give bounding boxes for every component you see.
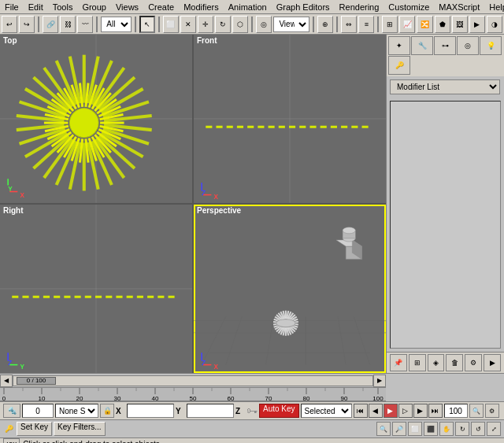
toolbar-sep-3 [135,17,136,32]
svg-text:30: 30 [114,395,121,401]
viewport-top[interactable]: Top [0,35,192,203]
viewport-perspective[interactable]: Perspective [194,205,386,373]
goto-start-button[interactable]: ⏮ [354,404,368,418]
selected-dropdown[interactable]: Selected [301,404,352,418]
zoom-extents-all-button[interactable]: ⬛ [424,422,438,436]
maximize-button[interactable]: ⤢ [487,422,501,436]
current-frame-input[interactable]: 0 [22,404,54,418]
prev-frame-button[interactable]: ◀ [369,404,383,418]
menu-create[interactable]: Create [143,2,179,13]
menu-edit[interactable]: Edit [24,2,48,13]
zoom-button[interactable]: 🔍 [376,422,391,436]
menu-tools[interactable]: Tools [48,2,78,13]
time-config-button[interactable]: ⚙ [485,404,499,418]
create-tab[interactable]: ✦ [388,36,410,55]
selection-filter-dropdown[interactable]: All [101,17,132,32]
undo-button[interactable]: ↩ [2,16,17,33]
set-key-button[interactable]: Set Key [17,422,52,436]
menu-animation[interactable]: Animation [224,2,272,13]
pin-stack-button[interactable]: 📌 [390,354,407,371]
svg-rect-17 [83,143,86,191]
key-filters-button[interactable]: Key Filters... [54,422,106,436]
next-frame-button[interactable]: ▶ [413,404,428,418]
menu-maxscript[interactable]: MAXScript [434,2,484,13]
timeline-right-area [386,374,504,387]
pivot-center-button[interactable]: ⊕ [317,16,333,33]
align-button[interactable]: ≡ [358,16,374,33]
timeline-scrollbar[interactable]: 0 / 100 [13,375,373,386]
window-cross-button[interactable]: ✕ [180,16,196,33]
menu-customize[interactable]: Customize [384,2,434,13]
toolbar-sep-7 [336,17,338,32]
timeline-scroll-left[interactable]: ◀ [0,375,13,387]
motion-tab[interactable]: ◎ [457,36,479,55]
viewports: Top [0,35,386,373]
svg-text:0: 0 [2,395,6,401]
schematic-view-button[interactable]: 🔀 [417,16,432,33]
y-coord-input[interactable] [187,404,234,418]
orbit-all-button[interactable]: ↺ [471,422,485,436]
svg-text:60: 60 [228,395,235,401]
viewport-right[interactable]: Right Z Y [0,205,192,373]
render-setup-button[interactable]: 🖼 [452,16,468,33]
menu-views[interactable]: Views [111,2,143,13]
select-scale-button[interactable]: ⬡ [232,16,248,33]
toolbar-sep-4 [158,17,160,32]
view-dropdown[interactable]: View [273,17,309,32]
render-button[interactable]: ▶ [469,16,485,33]
pan-button[interactable]: ✋ [439,422,454,436]
display-tab[interactable]: 💡 [480,36,502,55]
modifier-list-dropdown[interactable]: Modifier List [390,79,500,94]
play-selected-button[interactable]: ▷ [398,404,413,418]
remove-modifier-button[interactable]: 🗑 [446,354,463,371]
toolbar-sep-8 [377,17,379,32]
material-editor-button[interactable]: ⬟ [435,16,450,33]
mirror-button[interactable]: ⇔ [341,16,357,33]
menu-graph-editors[interactable]: Graph Editors [272,2,335,13]
curve-editor-button[interactable]: 📈 [399,16,415,33]
redo-button[interactable]: ↪ [19,16,35,33]
auto-key-button[interactable]: Auto Key [259,404,299,418]
select-region-button[interactable]: ⬜ [163,16,179,33]
reference-coord-button[interactable]: ◎ [256,16,272,33]
filter-select[interactable]: None Se [55,404,98,418]
timeline-thumb[interactable]: 0 / 100 [17,377,56,385]
show-end-result-button[interactable]: ⊞ [409,354,426,371]
goto-end-button[interactable]: ⏭ [428,404,443,418]
bind-space-warp-button[interactable]: 〰 [77,16,93,33]
viewport-right-label: Right [3,206,24,215]
bottom-controls-row1: 🔩 0 None Se 🔒 X Y Z 🗝 Auto Key Selected … [0,401,504,420]
select-rotate-button[interactable]: ↻ [215,16,231,33]
unlink-button[interactable]: ⛓ [60,16,76,33]
zoom-extents-button[interactable]: 🔍 [469,404,484,418]
extra-options-button[interactable]: ▶ [484,354,501,371]
snap-toggle-button[interactable]: 🔩 [3,404,20,418]
keyframe-ruler[interactable]: 0 10 20 30 40 50 60 70 80 90 100 [0,387,386,401]
select-move-button[interactable]: ✛ [198,16,213,33]
layer-manager-button[interactable]: ⊞ [382,16,398,33]
zoom-all-button[interactable]: 🔎 [392,422,406,436]
menu-modifiers[interactable]: Modifiers [179,2,224,13]
utilities-tab[interactable]: 🔑 [388,56,410,75]
menu-file[interactable]: File [0,2,24,13]
modify-tab[interactable]: 🔧 [411,36,433,55]
zoom-extents-button2[interactable]: ⬜ [408,422,422,436]
viewport-front[interactable]: Front Z X [194,35,386,203]
select-object-button[interactable]: ↖ [139,16,155,33]
menu-group[interactable]: Group [77,2,111,13]
lock-selection-button[interactable]: 🔒 [100,404,114,418]
svg-line-87 [338,317,346,365]
activeshade-button[interactable]: ◑ [487,16,502,33]
orbit-button[interactable]: ↻ [455,422,469,436]
svg-text:Y: Y [20,364,24,371]
timeline-scroll-right[interactable]: ▶ [373,375,386,387]
x-coord-input[interactable] [127,404,174,418]
make-unique-button[interactable]: ◈ [428,354,445,371]
menu-rendering[interactable]: Rendering [335,2,384,13]
configure-modifier-sets-button[interactable]: ⚙ [465,354,482,371]
play-button[interactable]: ▶ [384,404,398,418]
hierarchy-tab[interactable]: ⊶ [434,36,456,55]
menu-help[interactable]: Help [484,2,504,13]
select-link-button[interactable]: 🔗 [43,16,58,33]
end-frame-input[interactable]: 100 [444,404,468,418]
